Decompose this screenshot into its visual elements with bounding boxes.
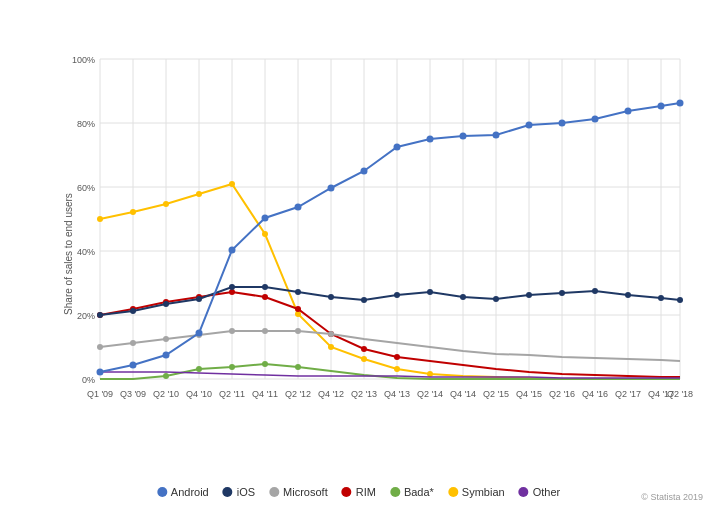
- svg-point-52: [163, 201, 169, 207]
- rim-line: [100, 292, 680, 377]
- ios-label: iOS: [237, 486, 255, 498]
- svg-text:Q4 '11: Q4 '11: [252, 389, 278, 399]
- legend-microsoft: Microsoft: [269, 486, 328, 498]
- svg-point-80: [196, 366, 202, 372]
- svg-text:20%: 20%: [77, 311, 95, 321]
- svg-text:Q4 '14: Q4 '14: [450, 389, 476, 399]
- svg-text:100%: 100%: [72, 55, 95, 65]
- svg-text:0%: 0%: [82, 375, 95, 385]
- svg-point-78: [328, 331, 334, 337]
- svg-text:Q2 '14: Q2 '14: [417, 389, 443, 399]
- legend: Android iOS Microsoft RIM Bada* Symbian …: [157, 486, 560, 498]
- svg-point-100: [625, 292, 631, 298]
- svg-point-85: [130, 308, 136, 314]
- other-label: Other: [533, 486, 561, 498]
- svg-point-69: [361, 346, 367, 352]
- svg-point-97: [526, 292, 532, 298]
- svg-point-111: [361, 168, 368, 175]
- svg-point-106: [196, 330, 203, 337]
- rim-label: RIM: [356, 486, 376, 498]
- svg-text:Q4 '12: Q4 '12: [318, 389, 344, 399]
- svg-text:Q2 '16: Q2 '16: [549, 389, 575, 399]
- svg-point-120: [658, 103, 665, 110]
- svg-point-108: [262, 215, 269, 222]
- svg-point-54: [229, 181, 235, 187]
- svg-point-96: [493, 296, 499, 302]
- svg-text:Q2 '15: Q2 '15: [483, 389, 509, 399]
- svg-point-57: [328, 344, 334, 350]
- svg-text:Q2 '11: Q2 '11: [219, 389, 245, 399]
- svg-point-95: [460, 294, 466, 300]
- svg-point-88: [229, 284, 235, 290]
- svg-point-82: [262, 361, 268, 367]
- svg-point-77: [295, 328, 301, 334]
- svg-point-60: [427, 371, 433, 377]
- svg-text:Q1 '09: Q1 '09: [87, 389, 113, 399]
- svg-text:Q4 '13: Q4 '13: [384, 389, 410, 399]
- svg-text:40%: 40%: [77, 247, 95, 257]
- svg-point-83: [295, 364, 301, 370]
- symbian-line: [100, 184, 680, 379]
- svg-text:Q4 '15: Q4 '15: [516, 389, 542, 399]
- svg-text:80%: 80%: [77, 119, 95, 129]
- android-label: Android: [171, 486, 209, 498]
- svg-point-76: [262, 328, 268, 334]
- svg-point-93: [394, 292, 400, 298]
- svg-point-87: [196, 296, 202, 302]
- svg-point-59: [394, 366, 400, 372]
- svg-point-92: [361, 297, 367, 303]
- svg-point-67: [295, 306, 301, 312]
- svg-point-51: [130, 209, 136, 215]
- svg-point-115: [493, 132, 500, 139]
- chart-area: .grid-line { stroke: #e0e0e0; stroke-wid…: [60, 20, 697, 428]
- svg-text:Q2 '18: Q2 '18: [667, 389, 693, 399]
- main-chart: .grid-line { stroke: #e0e0e0; stroke-wid…: [60, 20, 697, 428]
- svg-point-75: [229, 328, 235, 334]
- rim-dot: [342, 487, 352, 497]
- svg-point-105: [163, 352, 170, 359]
- microsoft-label: Microsoft: [283, 486, 328, 498]
- svg-point-118: [592, 116, 599, 123]
- svg-point-70: [394, 354, 400, 360]
- svg-point-109: [295, 204, 302, 211]
- svg-point-50: [97, 216, 103, 222]
- legend-android: Android: [157, 486, 209, 498]
- svg-point-110: [328, 185, 335, 192]
- svg-point-98: [559, 290, 565, 296]
- svg-point-94: [427, 289, 433, 295]
- svg-point-114: [460, 133, 467, 140]
- svg-point-53: [196, 191, 202, 197]
- bada-label: Bada*: [404, 486, 434, 498]
- svg-text:Q4 '10: Q4 '10: [186, 389, 212, 399]
- android-dot: [157, 487, 167, 497]
- statista-credit: © Statista 2019: [641, 492, 703, 502]
- symbian-dot: [448, 487, 458, 497]
- svg-point-99: [592, 288, 598, 294]
- svg-point-91: [328, 294, 334, 300]
- svg-point-112: [394, 144, 401, 151]
- microsoft-dot: [269, 487, 279, 497]
- svg-text:Q3 '09: Q3 '09: [120, 389, 146, 399]
- svg-point-55: [262, 231, 268, 237]
- svg-point-72: [130, 340, 136, 346]
- svg-point-104: [130, 362, 137, 369]
- svg-point-73: [163, 336, 169, 342]
- bada-dot: [390, 487, 400, 497]
- svg-text:Q2 '17: Q2 '17: [615, 389, 641, 399]
- symbian-label: Symbian: [462, 486, 505, 498]
- svg-text:Q2 '12: Q2 '12: [285, 389, 311, 399]
- svg-point-58: [361, 356, 367, 362]
- svg-point-117: [559, 120, 566, 127]
- legend-rim: RIM: [342, 486, 376, 498]
- legend-other: Other: [519, 486, 561, 498]
- svg-text:Q4 '16: Q4 '16: [582, 389, 608, 399]
- svg-text:60%: 60%: [77, 183, 95, 193]
- legend-ios: iOS: [223, 486, 255, 498]
- svg-point-71: [97, 344, 103, 350]
- legend-bada: Bada*: [390, 486, 434, 498]
- svg-point-103: [97, 369, 104, 376]
- svg-text:Q2 '10: Q2 '10: [153, 389, 179, 399]
- svg-point-116: [526, 122, 533, 129]
- svg-point-66: [262, 294, 268, 300]
- svg-point-102: [677, 297, 683, 303]
